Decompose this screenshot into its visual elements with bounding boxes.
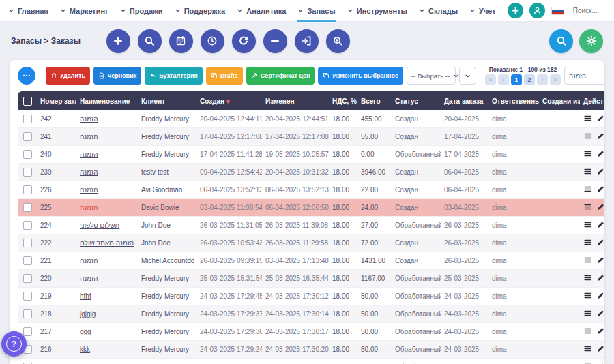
- column-header[interactable]: Создан ▾: [196, 91, 262, 110]
- toolbar-zoom-in-button[interactable]: [326, 29, 350, 53]
- gavel-action-button[interactable]: Сертификат цен: [246, 67, 315, 85]
- bulk-select-dropdown[interactable]: -- Выбрать --: [407, 67, 456, 85]
- edit-pencil-icon[interactable]: [596, 309, 604, 318]
- column-header[interactable]: Дата заказа: [441, 91, 488, 110]
- hamburger-menu-icon[interactable]: [583, 327, 592, 335]
- toolbar-clock-button[interactable]: [201, 29, 224, 53]
- toolbar-minus-button[interactable]: [263, 29, 287, 53]
- client-link[interactable]: Freddy Mercury: [141, 133, 189, 140]
- client-link[interactable]: Freddy Mercury: [141, 151, 189, 158]
- nav-item[interactable]: Маркетинг: [60, 0, 108, 22]
- toolbar-calendar-button[interactable]: [169, 29, 193, 53]
- hamburger-menu-icon[interactable]: [583, 132, 592, 140]
- hamburger-menu-icon[interactable]: [583, 114, 592, 123]
- nav-item[interactable]: Главная: [8, 0, 48, 22]
- column-header[interactable]: Наименование: [76, 91, 138, 110]
- toolbar-plus-button[interactable]: [106, 29, 130, 53]
- edit-pencil-icon[interactable]: [596, 114, 604, 123]
- order-name-link[interactable]: kkk: [80, 346, 90, 353]
- column-header[interactable]: НДС, %: [329, 91, 357, 110]
- client-link[interactable]: Avi Goodman: [141, 186, 182, 194]
- toolbar-refresh-button[interactable]: [232, 29, 256, 53]
- hamburger-menu-icon[interactable]: [583, 344, 592, 353]
- order-name-link[interactable]: הזמנה: [80, 257, 98, 264]
- order-name-link[interactable]: הזמנה: [80, 204, 98, 211]
- client-link[interactable]: testv test: [141, 168, 169, 176]
- nav-item[interactable]: Аналитика: [237, 0, 286, 22]
- row-checkbox[interactable]: [23, 274, 32, 283]
- order-name-link[interactable]: הזמנה מאתר שולם: [80, 239, 134, 247]
- column-header[interactable]: Изменен: [262, 91, 329, 110]
- page-button[interactable]: ‹: [498, 74, 509, 85]
- row-checkbox[interactable]: [23, 239, 32, 247]
- mini-dropdown[interactable]: [459, 67, 476, 85]
- nav-item[interactable]: Склады: [419, 0, 458, 22]
- edit-pencil-icon[interactable]: [596, 273, 604, 282]
- toolbar-sign-in-button[interactable]: [295, 29, 319, 53]
- row-checkbox[interactable]: [23, 168, 32, 177]
- row-checkbox[interactable]: [23, 203, 32, 212]
- page-button[interactable]: «: [485, 74, 496, 85]
- filter-dropdown[interactable]: הזמנה: [564, 67, 604, 85]
- column-header[interactable]: Всего: [357, 91, 392, 110]
- order-name-link[interactable]: הזמנה: [80, 133, 98, 140]
- row-checkbox[interactable]: [23, 221, 32, 230]
- order-name-link[interactable]: הזמנה: [80, 115, 98, 123]
- page-button[interactable]: 1: [511, 74, 522, 85]
- flag-ru-icon[interactable]: [551, 7, 564, 15]
- client-link[interactable]: John Doe: [141, 222, 171, 229]
- client-link[interactable]: John Doe: [141, 239, 171, 247]
- order-name-link[interactable]: jgjgjg: [80, 310, 96, 318]
- hamburger-menu-icon[interactable]: [583, 202, 592, 211]
- order-name-link[interactable]: הזמנה: [80, 151, 98, 158]
- page-button[interactable]: »: [550, 74, 561, 85]
- nav-item[interactable]: Учет: [469, 0, 496, 22]
- hamburger-menu-icon[interactable]: [583, 238, 592, 247]
- client-link[interactable]: Freddy Mercury: [141, 292, 189, 300]
- order-name-link[interactable]: הזמנה: [80, 168, 98, 176]
- edit-pencil-icon[interactable]: [596, 132, 604, 140]
- help-button[interactable]: ?: [1, 331, 27, 357]
- hamburger-menu-icon[interactable]: [583, 149, 592, 158]
- search-circle-button[interactable]: [549, 29, 573, 53]
- client-link[interactable]: Freddy Mercury: [141, 346, 189, 353]
- column-header[interactable]: Статус: [392, 91, 441, 110]
- hamburger-menu-icon[interactable]: [583, 273, 592, 282]
- profile-circle-button[interactable]: [529, 3, 545, 18]
- edit-pencil-icon[interactable]: [596, 149, 604, 158]
- edit-pencil-icon[interactable]: [596, 202, 604, 211]
- hamburger-menu-icon[interactable]: [583, 291, 592, 300]
- edit-pencil-icon[interactable]: [596, 167, 604, 176]
- edit-pencil-icon[interactable]: [596, 185, 604, 194]
- copy-action-button[interactable]: Drafts: [206, 67, 243, 85]
- more-actions-button[interactable]: [18, 67, 35, 85]
- edit-pencil-icon[interactable]: [596, 291, 604, 300]
- toolbar-search-button[interactable]: [138, 29, 162, 53]
- hamburger-menu-icon[interactable]: [583, 220, 592, 229]
- hamburger-menu-icon[interactable]: [583, 185, 592, 194]
- search-input[interactable]: [573, 7, 614, 14]
- row-checkbox[interactable]: [23, 185, 32, 194]
- trash-action-button[interactable]: Удалить: [46, 67, 90, 85]
- nav-item[interactable]: Инструменты: [347, 0, 407, 22]
- row-checkbox[interactable]: [23, 132, 32, 141]
- client-link[interactable]: Michel Accountdd: [141, 257, 194, 264]
- client-link[interactable]: Freddy Mercury: [141, 310, 189, 318]
- hamburger-menu-icon[interactable]: [583, 167, 592, 176]
- page-button[interactable]: 2: [524, 74, 535, 85]
- edit-pencil-icon[interactable]: [596, 327, 604, 335]
- reply-action-button[interactable]: Бухгалтерия: [145, 67, 203, 85]
- order-name-link[interactable]: הזמנה: [80, 186, 98, 194]
- client-link[interactable]: Freddy Mercury: [141, 328, 189, 335]
- page-button[interactable]: ›: [537, 74, 548, 85]
- edit-pencil-icon[interactable]: [596, 220, 604, 229]
- edit-pencil-icon[interactable]: [596, 238, 604, 247]
- column-header[interactable]: Клиент: [138, 91, 196, 110]
- row-checkbox[interactable]: [23, 292, 32, 301]
- row-checkbox[interactable]: [23, 327, 32, 336]
- row-checkbox[interactable]: [23, 256, 32, 265]
- client-link[interactable]: Freddy Mercury: [141, 275, 189, 282]
- row-checkbox[interactable]: [23, 150, 32, 159]
- nav-item[interactable]: Поддержка: [175, 0, 226, 22]
- order-name-link[interactable]: תשלום טלפוני: [80, 222, 119, 229]
